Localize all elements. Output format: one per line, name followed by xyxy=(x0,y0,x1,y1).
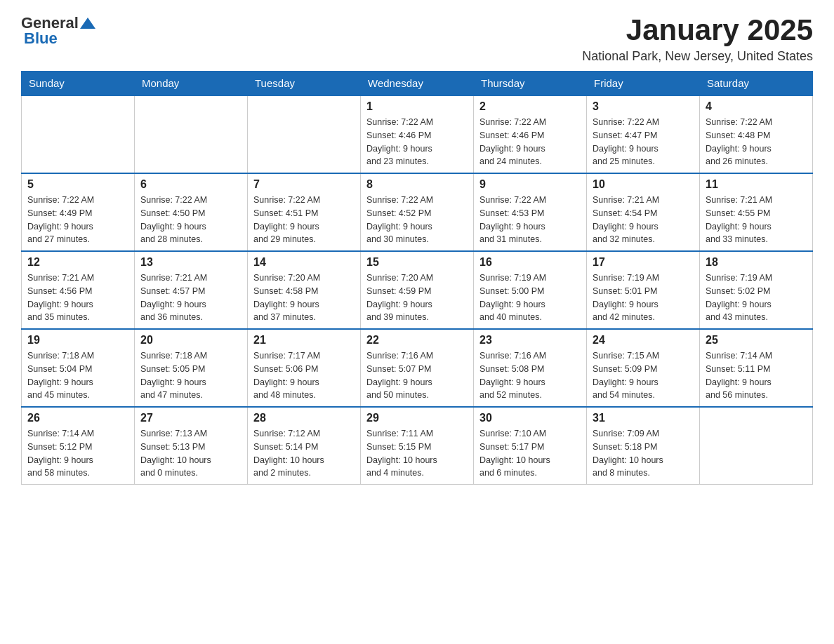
calendar-week-row: 26Sunrise: 7:14 AMSunset: 5:12 PMDayligh… xyxy=(22,407,813,485)
logo-blue: Blue xyxy=(24,29,58,48)
calendar-cell: 11Sunrise: 7:21 AMSunset: 4:55 PMDayligh… xyxy=(700,173,813,251)
day-number: 30 xyxy=(479,412,581,424)
calendar-cell: 17Sunrise: 7:19 AMSunset: 5:01 PMDayligh… xyxy=(587,251,700,329)
day-info: Sunrise: 7:18 AMSunset: 5:04 PMDaylight:… xyxy=(27,349,128,402)
day-info: Sunrise: 7:22 AMSunset: 4:53 PMDaylight:… xyxy=(479,194,581,246)
calendar-cell xyxy=(135,95,248,173)
day-info: Sunrise: 7:09 AMSunset: 5:18 PMDaylight:… xyxy=(593,427,694,480)
weekday-header: Sunday xyxy=(22,72,135,96)
calendar-cell: 14Sunrise: 7:20 AMSunset: 4:58 PMDayligh… xyxy=(248,251,361,329)
calendar-cell: 6Sunrise: 7:22 AMSunset: 4:50 PMDaylight… xyxy=(135,173,248,251)
day-number: 24 xyxy=(593,334,694,347)
day-info: Sunrise: 7:21 AMSunset: 4:57 PMDaylight:… xyxy=(140,271,241,324)
day-number: 26 xyxy=(27,412,128,424)
calendar-cell: 12Sunrise: 7:21 AMSunset: 4:56 PMDayligh… xyxy=(22,251,135,329)
calendar-cell: 15Sunrise: 7:20 AMSunset: 4:59 PMDayligh… xyxy=(361,251,474,329)
calendar-week-row: 1Sunrise: 7:22 AMSunset: 4:46 PMDaylight… xyxy=(22,95,813,173)
day-number: 18 xyxy=(706,256,807,269)
day-number: 20 xyxy=(140,334,241,347)
day-number: 13 xyxy=(140,256,241,269)
day-info: Sunrise: 7:22 AMSunset: 4:47 PMDaylight:… xyxy=(593,116,694,168)
calendar-cell: 26Sunrise: 7:14 AMSunset: 5:12 PMDayligh… xyxy=(22,407,135,485)
day-number: 25 xyxy=(706,334,807,347)
calendar-cell: 29Sunrise: 7:11 AMSunset: 5:15 PMDayligh… xyxy=(361,407,474,485)
calendar-cell: 23Sunrise: 7:16 AMSunset: 5:08 PMDayligh… xyxy=(474,329,587,407)
day-info: Sunrise: 7:13 AMSunset: 5:13 PMDaylight:… xyxy=(140,427,241,480)
calendar-cell: 18Sunrise: 7:19 AMSunset: 5:02 PMDayligh… xyxy=(700,251,813,329)
calendar-cell: 13Sunrise: 7:21 AMSunset: 4:57 PMDayligh… xyxy=(135,251,248,329)
calendar-cell: 24Sunrise: 7:15 AMSunset: 5:09 PMDayligh… xyxy=(587,329,700,407)
day-number: 8 xyxy=(366,178,468,191)
day-info: Sunrise: 7:22 AMSunset: 4:48 PMDaylight:… xyxy=(706,116,807,168)
calendar-cell: 7Sunrise: 7:22 AMSunset: 4:51 PMDaylight… xyxy=(248,173,361,251)
calendar-week-row: 19Sunrise: 7:18 AMSunset: 5:04 PMDayligh… xyxy=(22,329,813,407)
day-number: 17 xyxy=(593,256,694,269)
weekday-header: Saturday xyxy=(700,72,813,96)
calendar-cell: 4Sunrise: 7:22 AMSunset: 4:48 PMDaylight… xyxy=(700,95,813,173)
calendar-cell: 30Sunrise: 7:10 AMSunset: 5:17 PMDayligh… xyxy=(474,407,587,485)
svg-marker-0 xyxy=(80,18,95,29)
day-info: Sunrise: 7:21 AMSunset: 4:54 PMDaylight:… xyxy=(593,194,694,246)
day-info: Sunrise: 7:17 AMSunset: 5:06 PMDaylight:… xyxy=(253,349,355,402)
day-info: Sunrise: 7:21 AMSunset: 4:55 PMDaylight:… xyxy=(706,194,807,246)
day-info: Sunrise: 7:22 AMSunset: 4:51 PMDaylight:… xyxy=(253,194,355,246)
logo-triangle-icon xyxy=(80,16,95,32)
day-number: 9 xyxy=(479,178,581,191)
calendar-header-row: SundayMondayTuesdayWednesdayThursdayFrid… xyxy=(22,72,813,96)
day-info: Sunrise: 7:12 AMSunset: 5:14 PMDaylight:… xyxy=(253,427,355,480)
day-info: Sunrise: 7:19 AMSunset: 5:02 PMDaylight:… xyxy=(706,271,807,324)
day-info: Sunrise: 7:20 AMSunset: 4:58 PMDaylight:… xyxy=(253,271,355,324)
day-number: 4 xyxy=(706,100,807,113)
day-info: Sunrise: 7:22 AMSunset: 4:49 PMDaylight:… xyxy=(27,194,128,246)
location-title: National Park, New Jersey, United States xyxy=(582,49,813,64)
calendar-cell: 21Sunrise: 7:17 AMSunset: 5:06 PMDayligh… xyxy=(248,329,361,407)
calendar-cell: 22Sunrise: 7:16 AMSunset: 5:07 PMDayligh… xyxy=(361,329,474,407)
day-info: Sunrise: 7:21 AMSunset: 4:56 PMDaylight:… xyxy=(27,271,128,324)
logo: General Blue xyxy=(21,14,95,48)
day-number: 1 xyxy=(366,100,468,113)
day-number: 29 xyxy=(366,412,468,424)
calendar-cell xyxy=(248,95,361,173)
day-info: Sunrise: 7:20 AMSunset: 4:59 PMDaylight:… xyxy=(366,271,468,324)
day-info: Sunrise: 7:22 AMSunset: 4:52 PMDaylight:… xyxy=(366,194,468,246)
calendar-cell: 28Sunrise: 7:12 AMSunset: 5:14 PMDayligh… xyxy=(248,407,361,485)
calendar-cell: 5Sunrise: 7:22 AMSunset: 4:49 PMDaylight… xyxy=(22,173,135,251)
day-info: Sunrise: 7:16 AMSunset: 5:07 PMDaylight:… xyxy=(366,349,468,402)
calendar-cell: 10Sunrise: 7:21 AMSunset: 4:54 PMDayligh… xyxy=(587,173,700,251)
day-info: Sunrise: 7:22 AMSunset: 4:46 PMDaylight:… xyxy=(366,116,468,168)
day-info: Sunrise: 7:18 AMSunset: 5:05 PMDaylight:… xyxy=(140,349,241,402)
calendar-cell: 9Sunrise: 7:22 AMSunset: 4:53 PMDaylight… xyxy=(474,173,587,251)
day-number: 2 xyxy=(479,100,581,113)
calendar-cell: 2Sunrise: 7:22 AMSunset: 4:46 PMDaylight… xyxy=(474,95,587,173)
calendar-cell: 19Sunrise: 7:18 AMSunset: 5:04 PMDayligh… xyxy=(22,329,135,407)
day-number: 21 xyxy=(253,334,355,347)
day-number: 5 xyxy=(27,178,128,191)
day-info: Sunrise: 7:14 AMSunset: 5:12 PMDaylight:… xyxy=(27,427,128,480)
day-info: Sunrise: 7:16 AMSunset: 5:08 PMDaylight:… xyxy=(479,349,581,402)
calendar-cell: 8Sunrise: 7:22 AMSunset: 4:52 PMDaylight… xyxy=(361,173,474,251)
month-title: January 2025 xyxy=(582,14,813,46)
calendar-week-row: 5Sunrise: 7:22 AMSunset: 4:49 PMDaylight… xyxy=(22,173,813,251)
weekday-header: Wednesday xyxy=(361,72,474,96)
day-number: 3 xyxy=(593,100,694,113)
weekday-header: Thursday xyxy=(474,72,587,96)
calendar-cell xyxy=(700,407,813,485)
day-info: Sunrise: 7:15 AMSunset: 5:09 PMDaylight:… xyxy=(593,349,694,402)
title-block: January 2025 National Park, New Jersey, … xyxy=(582,14,813,64)
day-info: Sunrise: 7:10 AMSunset: 5:17 PMDaylight:… xyxy=(479,427,581,480)
weekday-header: Tuesday xyxy=(248,72,361,96)
day-info: Sunrise: 7:19 AMSunset: 5:00 PMDaylight:… xyxy=(479,271,581,324)
page-header: General Blue January 2025 National Park,… xyxy=(21,14,813,64)
day-info: Sunrise: 7:11 AMSunset: 5:15 PMDaylight:… xyxy=(366,427,468,480)
calendar-cell: 16Sunrise: 7:19 AMSunset: 5:00 PMDayligh… xyxy=(474,251,587,329)
day-info: Sunrise: 7:22 AMSunset: 4:46 PMDaylight:… xyxy=(479,116,581,168)
day-info: Sunrise: 7:14 AMSunset: 5:11 PMDaylight:… xyxy=(706,349,807,402)
calendar-cell: 25Sunrise: 7:14 AMSunset: 5:11 PMDayligh… xyxy=(700,329,813,407)
day-number: 10 xyxy=(593,178,694,191)
calendar-week-row: 12Sunrise: 7:21 AMSunset: 4:56 PMDayligh… xyxy=(22,251,813,329)
day-number: 14 xyxy=(253,256,355,269)
weekday-header: Monday xyxy=(135,72,248,96)
calendar-cell: 20Sunrise: 7:18 AMSunset: 5:05 PMDayligh… xyxy=(135,329,248,407)
calendar-cell: 27Sunrise: 7:13 AMSunset: 5:13 PMDayligh… xyxy=(135,407,248,485)
day-number: 12 xyxy=(27,256,128,269)
